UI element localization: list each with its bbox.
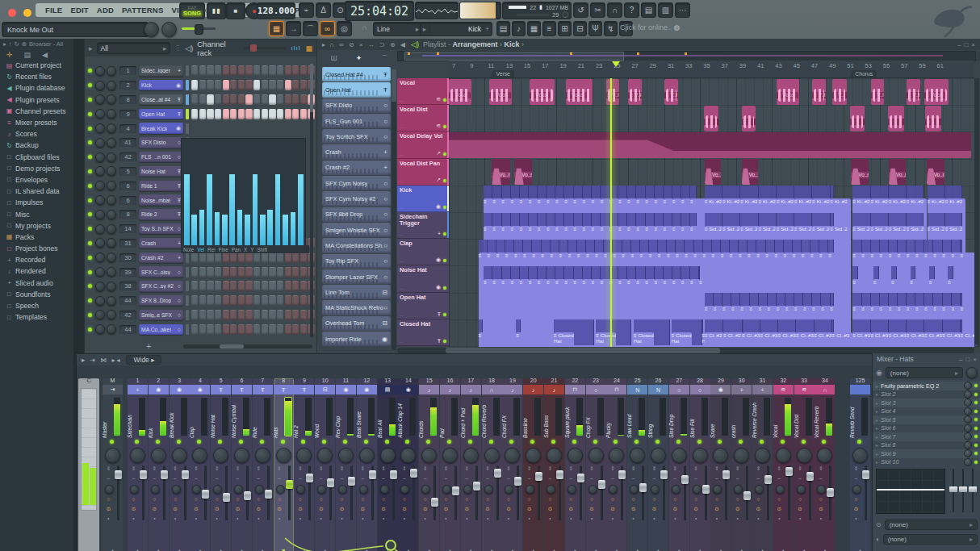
channel-pan-knob[interactable] — [95, 282, 105, 291]
rec-dot-icon[interactable]: • — [400, 516, 408, 521]
mixer-pan-knob[interactable] — [151, 448, 166, 463]
mixer-track-27[interactable]: 27○Sine Drop⇕⇔○⊙•▲ — [669, 378, 689, 551]
mixer-track-12[interactable]: 12◉Beat Snare⇕⇔○⊙•▲ — [357, 378, 377, 551]
channel-number[interactable]: 44 — [119, 296, 136, 305]
clock-icon[interactable]: ⊙ — [254, 506, 263, 512]
send-arrow[interactable]: ▲ — [294, 548, 314, 551]
fx-slot[interactable]: ▸Slot 2 — [873, 390, 980, 399]
mixer-track-18[interactable]: 18∩Chord Reverb⇕⇔○⊙•▲ — [482, 378, 502, 551]
pattern-clip[interactable]: ≡ — [907, 293, 915, 319]
pattern-clip[interactable]: ≡ — [852, 240, 861, 265]
pattern-clip[interactable]: ≡ — [523, 240, 532, 265]
channel-volume-knob[interactable] — [107, 310, 116, 319]
pattern-clip[interactable]: ≡ Sid..2 — [722, 213, 740, 239]
pattern-clip[interactable]: ≡ — [672, 186, 681, 211]
rec-dot-icon[interactable]: • — [650, 516, 659, 521]
rec-dot-icon[interactable]: • — [463, 516, 471, 521]
mixer-track-led[interactable] — [572, 440, 576, 444]
pattern-clip[interactable]: ≡ — [924, 240, 933, 265]
pattern-clip[interactable]: ≡ — [898, 240, 907, 265]
picker-tab-patterns[interactable]: Ш — [331, 54, 337, 62]
fader-cap[interactable] — [764, 475, 772, 484]
mixer-track-1[interactable]: 1+Sidechain⇕⇔○⊙•▲ — [128, 378, 148, 551]
mixer-pan-knob[interactable] — [609, 448, 624, 463]
mixer-track-4[interactable]: 4◉Clap⇕⇔○⊙•▲ — [190, 378, 210, 551]
step-cell[interactable] — [300, 281, 307, 291]
small-knob[interactable] — [693, 485, 701, 494]
pattern-clip[interactable]: ≡ — [577, 240, 586, 265]
pattern-clip[interactable]: ≡ — [516, 319, 521, 345]
chat-icon[interactable]: ··· — [675, 2, 690, 18]
channel-select-strip[interactable] — [186, 295, 189, 306]
pattern-clip[interactable]: ≡ — [898, 293, 907, 319]
fx-slot[interactable]: ▸Slot 7 — [873, 432, 980, 441]
clock-icon[interactable]: ⊙ — [442, 506, 450, 512]
channel-volume-knob[interactable] — [107, 66, 116, 76]
pattern-clip[interactable]: ≡ — [891, 266, 897, 292]
playlist-grid[interactable]: ≡ Vocal≡ Vocal≡ Vocal≡ Vocal≡ V..l≡ V..l… — [449, 78, 974, 347]
fx-slot-led[interactable] — [974, 418, 978, 421]
lamp-icon[interactable]: ○ — [379, 496, 388, 502]
mixer-pan-knob[interactable] — [797, 448, 812, 463]
channel-mute-led[interactable] — [88, 284, 92, 288]
fx-slot-led[interactable] — [974, 427, 978, 430]
pattern-clip[interactable]: ≡ — [613, 240, 622, 265]
lamp-icon[interactable]: ○ — [525, 496, 534, 502]
pattern-clip[interactable]: ≡ — [694, 240, 703, 265]
step-cell[interactable] — [253, 267, 260, 278]
send-arrow[interactable]: ▲ — [669, 548, 689, 551]
clip-audio[interactable]: ≡ Vocal — [530, 79, 555, 105]
pattern-clip[interactable]: ≡ — [627, 186, 636, 211]
cut-tool-icon[interactable]: ✂ — [590, 2, 605, 18]
browser-item[interactable]: □Demo projects — [0, 163, 73, 174]
mixer-pan-knob[interactable] — [776, 448, 791, 463]
pattern-clip[interactable]: ≡ — [658, 240, 667, 265]
step-cell[interactable] — [285, 94, 291, 105]
step-cell[interactable] — [269, 109, 275, 119]
clip-audio[interactable]: ≡ Vocal — [777, 79, 799, 105]
pattern-clip[interactable]: ≡ Cl..#3 — [961, 319, 962, 345]
pattern-clip[interactable]: ≡ Closed Hat — [596, 319, 630, 345]
channel-button[interactable]: FLS_..n 001○ — [139, 152, 183, 163]
channel-volume-knob[interactable] — [107, 109, 116, 119]
send-arrow[interactable]: ▲ — [710, 548, 731, 551]
pattern-clip[interactable]: ≡ Sid..2 — [928, 213, 945, 239]
mixer-track-led[interactable] — [718, 440, 722, 444]
channel-mute-led[interactable] — [88, 313, 92, 317]
small-knob[interactable] — [105, 485, 114, 494]
pattern-clip[interactable]: ≡ — [492, 266, 501, 292]
pattern-clip[interactable]: ≡ Cl..#3 — [760, 319, 778, 345]
pattern-clip[interactable]: ≡ — [636, 266, 645, 292]
step-cell[interactable] — [245, 109, 252, 119]
mixer-track-led[interactable] — [509, 440, 513, 444]
mixer-track-19[interactable]: 19♪Chord FX⇕⇔○⊙•▲ — [502, 378, 522, 551]
step-cell[interactable] — [215, 94, 221, 105]
input-icon[interactable]: ◉ — [876, 369, 882, 377]
pattern-clip[interactable]: ≡ — [479, 240, 488, 265]
browser-item[interactable]: □Soundfonts — [0, 289, 73, 300]
mixer-track-led[interactable] — [343, 440, 347, 444]
mixer-pan-knob[interactable] — [400, 448, 416, 463]
fader-track[interactable] — [350, 465, 353, 520]
channel-number[interactable]: 8 — [119, 95, 136, 104]
pattern-clip[interactable]: ≡ Sid..2 — [812, 213, 830, 239]
pattern-clip[interactable]: ≡ — [907, 240, 915, 265]
channel-pan-knob[interactable] — [95, 195, 105, 205]
pattern-clip[interactable]: ≡ — [943, 293, 952, 319]
channel-rack-window-icon[interactable]: ▦ — [527, 21, 541, 36]
send-arrow[interactable]: ▲ — [336, 548, 356, 551]
pattern-clip[interactable]: ≡ — [529, 186, 538, 211]
rec-dot-icon[interactable]: • — [712, 516, 721, 521]
fader-cap[interactable] — [535, 472, 542, 481]
mixer-pan-knob[interactable] — [672, 448, 687, 463]
playlist-window-icon[interactable]: ▤ — [496, 21, 510, 36]
clock-icon[interactable]: ⊙ — [754, 506, 763, 512]
step-cell[interactable] — [223, 65, 229, 76]
mixer-pan-knob[interactable] — [526, 448, 541, 463]
fader-cap[interactable] — [390, 470, 397, 479]
step-cell[interactable] — [215, 80, 221, 90]
channel-mute-led[interactable] — [88, 184, 92, 188]
velocity-bar[interactable] — [237, 210, 243, 246]
mixer-track-16[interactable]: 16♪Pad⇕⇔○⊙•▲ — [440, 378, 460, 551]
step-cell[interactable] — [245, 80, 252, 90]
